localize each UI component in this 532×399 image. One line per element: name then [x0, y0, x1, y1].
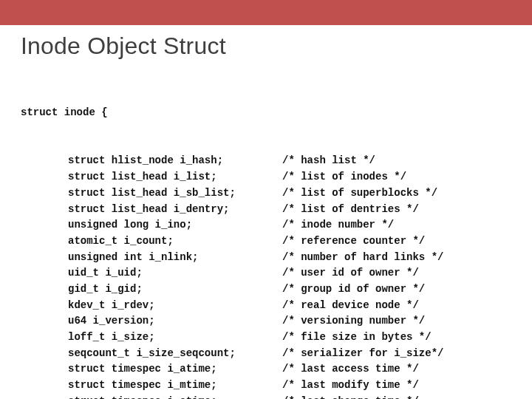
field-comment: /* inode number */	[282, 217, 511, 233]
struct-open: struct inode {	[21, 105, 511, 121]
field-comment: /* last change time */	[282, 394, 511, 399]
indent	[21, 282, 68, 298]
field-declaration: unsigned long i_ino;	[68, 217, 282, 233]
struct-field-row: struct list_head i_list;/* list of inode…	[21, 169, 511, 185]
field-declaration: struct timespec i_ctime;	[68, 394, 282, 399]
struct-field-row: gid_t i_gid;/* group id of owner */	[21, 282, 511, 298]
struct-field-row: struct timespec i_atime;/* last access t…	[21, 361, 511, 378]
field-comment: /* last access time */	[282, 361, 511, 378]
field-declaration: struct timespec i_atime;	[68, 361, 282, 378]
field-declaration: struct list_head i_sb_list;	[68, 185, 282, 202]
struct-field-row: unsigned int i_nlink;/* number of hard l…	[21, 250, 511, 266]
struct-field-row: atomic_t i_count;/* reference counter */	[21, 233, 511, 250]
field-declaration: atomic_t i_count;	[68, 233, 282, 250]
struct-field-row: struct timespec i_mtime;/* last modify t…	[21, 378, 511, 394]
field-declaration: u64 i_version;	[68, 313, 282, 330]
field-comment: /* file size in bytes */	[282, 330, 511, 346]
indent	[21, 233, 68, 250]
field-comment: /* list of dentries */	[282, 202, 511, 218]
field-declaration: uid_t i_uid;	[68, 265, 282, 282]
field-comment: /* hash list */	[282, 153, 511, 169]
slide-accent-bar	[0, 0, 532, 25]
indent	[21, 202, 68, 218]
code-block: struct inode { struct hlist_node i_hash;…	[21, 73, 511, 399]
indent	[21, 394, 68, 399]
field-declaration: kdev_t i_rdev;	[68, 298, 282, 314]
struct-field-row: struct list_head i_sb_list;/* list of su…	[21, 185, 511, 202]
field-comment: /* reference counter */	[282, 233, 511, 250]
indent	[21, 298, 68, 314]
struct-fields: struct hlist_node i_hash;/* hash list */…	[21, 153, 511, 399]
struct-field-row: kdev_t i_rdev;/* real device node */	[21, 298, 511, 314]
field-declaration: struct list_head i_list;	[68, 169, 282, 185]
struct-field-row: struct list_head i_dentry;/* list of den…	[21, 202, 511, 218]
indent	[21, 185, 68, 202]
struct-field-row: uid_t i_uid;/* user id of owner */	[21, 265, 511, 282]
field-comment: /* last modify time */	[282, 378, 511, 394]
page-title: Inode Object Struct	[21, 33, 511, 60]
indent	[21, 313, 68, 330]
indent	[21, 250, 68, 266]
indent	[21, 378, 68, 394]
field-declaration: loff_t i_size;	[68, 330, 282, 346]
field-comment: /* group id of owner */	[282, 282, 511, 298]
field-declaration: unsigned int i_nlink;	[68, 250, 282, 266]
struct-field-row: seqcount_t i_size_seqcount;/* serializer…	[21, 346, 511, 362]
indent	[21, 217, 68, 233]
field-declaration: gid_t i_gid;	[68, 282, 282, 298]
indent	[21, 346, 68, 362]
slide-content: Inode Object Struct struct inode { struc…	[0, 25, 532, 399]
field-declaration: struct list_head i_dentry;	[68, 202, 282, 218]
struct-field-row: loff_t i_size;/* file size in bytes */	[21, 330, 511, 346]
struct-field-row: struct hlist_node i_hash;/* hash list */	[21, 153, 511, 169]
field-comment: /* versioning number */	[282, 313, 511, 330]
indent	[21, 265, 68, 282]
field-comment: /* serializer for i_size*/	[282, 346, 511, 362]
struct-field-row: u64 i_version;/* versioning number */	[21, 313, 511, 330]
field-comment: /* user id of owner */	[282, 265, 511, 282]
indent	[21, 169, 68, 185]
indent	[21, 330, 68, 346]
field-comment: /* list of superblocks */	[282, 185, 511, 202]
indent	[21, 361, 68, 378]
indent	[21, 153, 68, 169]
struct-field-row: struct timespec i_ctime;/* last change t…	[21, 394, 511, 399]
struct-field-row: unsigned long i_ino;/* inode number */	[21, 217, 511, 233]
field-declaration: seqcount_t i_size_seqcount;	[68, 346, 282, 362]
field-comment: /* number of hard links */	[282, 250, 511, 266]
field-comment: /* list of inodes */	[282, 169, 511, 185]
field-declaration: struct timespec i_mtime;	[68, 378, 282, 394]
field-declaration: struct hlist_node i_hash;	[68, 153, 282, 169]
field-comment: /* real device node */	[282, 298, 511, 314]
